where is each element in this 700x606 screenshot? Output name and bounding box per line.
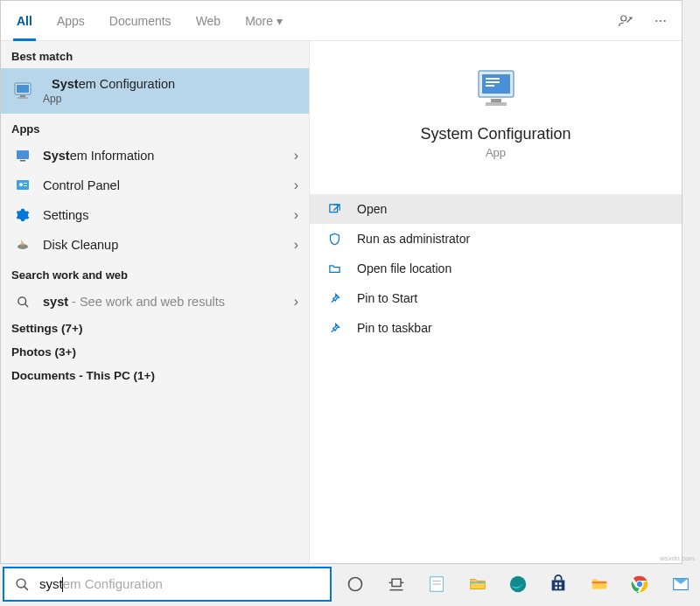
tab-all[interactable]: All [4, 1, 45, 41]
watermark: wsxdn.com [660, 554, 695, 562]
svg-rect-40 [556, 587, 558, 589]
web-header: Search work and web [1, 260, 309, 287]
pin-icon [326, 292, 343, 305]
search-panel: All Apps Documents Web More▾ Best match … [0, 0, 682, 564]
search-tabs: All Apps Documents Web More▾ [1, 1, 682, 41]
taskbar-edge-icon[interactable] [499, 567, 537, 602]
action-run-admin[interactable]: Run as administrator [310, 224, 682, 254]
tab-more[interactable]: More▾ [233, 1, 295, 41]
result-label: Settings [34, 208, 294, 222]
result-disk-cleanup[interactable]: Disk Cleanup › [1, 230, 309, 260]
svg-point-0 [621, 16, 626, 21]
search-main: Best match System Configuration App Apps… [1, 41, 682, 563]
result-label: Disk Cleanup [34, 238, 294, 252]
tab-documents[interactable]: Documents [97, 1, 184, 41]
result-system-information[interactable]: System Information › [1, 141, 309, 171]
disk-cleanup-icon [11, 238, 34, 252]
action-label: Run as administrator [357, 232, 470, 246]
svg-point-11 [19, 183, 23, 186]
detail-pane: System Configuration App Open Run as adm… [309, 41, 682, 563]
svg-line-16 [24, 303, 28, 307]
tab-apps[interactable]: Apps [45, 1, 97, 41]
action-open[interactable]: Open [310, 194, 682, 224]
svg-rect-39 [559, 582, 562, 585]
chevron-right-icon: › [294, 294, 298, 310]
taskbar-store-icon[interactable] [539, 567, 578, 602]
taskbar-cortana-icon[interactable] [336, 567, 374, 602]
svg-point-36 [510, 576, 526, 592]
svg-rect-20 [486, 81, 500, 83]
result-label: syst - See work and web results [34, 295, 294, 309]
open-icon [326, 203, 343, 216]
tab-web[interactable]: Web [184, 1, 234, 41]
svg-rect-9 [20, 160, 25, 162]
taskbar-explorer-icon[interactable] [458, 567, 496, 602]
svg-rect-8 [17, 150, 29, 159]
svg-rect-6 [20, 95, 25, 97]
taskbar-mail-icon[interactable] [662, 567, 700, 602]
detail-header: System Configuration App [310, 41, 682, 177]
search-icon [4, 577, 39, 592]
detail-title: System Configuration [318, 125, 673, 143]
action-label: Pin to taskbar [357, 321, 432, 335]
control-panel-icon [11, 178, 34, 192]
result-web-search[interactable]: syst - See work and web results › [1, 287, 309, 317]
best-match-result[interactable]: System Configuration App [1, 68, 309, 114]
pin-icon [326, 322, 343, 335]
svg-rect-10 [17, 180, 29, 190]
result-control-panel[interactable]: Control Panel › [1, 171, 309, 200]
svg-line-26 [24, 586, 27, 589]
svg-rect-35 [470, 582, 485, 583]
search-icon [11, 296, 34, 309]
settings-icon [11, 208, 34, 222]
search-input[interactable]: system Configuration [3, 567, 332, 602]
action-pin-taskbar[interactable]: Pin to taskbar [310, 313, 682, 343]
more-options-icon[interactable] [643, 1, 678, 41]
chevron-right-icon: › [294, 178, 298, 193]
search-text: system Configuration [39, 576, 330, 593]
taskbar [336, 567, 700, 602]
svg-rect-12 [24, 183, 27, 184]
more-link-documents[interactable]: Documents - This PC (1+) [1, 364, 309, 387]
folder-icon [326, 262, 343, 275]
admin-shield-icon [326, 233, 343, 246]
taskbar-notepad-icon[interactable] [417, 567, 456, 602]
taskbar-taskview-icon[interactable] [376, 567, 415, 602]
result-settings[interactable]: Settings › [1, 200, 309, 230]
taskbar-chrome-icon[interactable] [620, 567, 659, 602]
svg-rect-18 [482, 74, 510, 94]
system-information-icon [11, 149, 34, 163]
action-open-location[interactable]: Open file location [310, 254, 682, 283]
action-label: Pin to Start [357, 291, 417, 305]
svg-rect-37 [552, 580, 565, 590]
svg-rect-21 [486, 85, 494, 87]
svg-rect-22 [491, 99, 501, 102]
taskbar-files-icon[interactable] [580, 567, 619, 602]
best-match-title: System Configuration [43, 77, 298, 91]
svg-rect-23 [486, 102, 507, 106]
feedback-icon[interactable] [608, 1, 643, 41]
more-link-photos[interactable]: Photos (3+) [1, 340, 309, 364]
msconfig-large-icon [472, 67, 521, 109]
action-pin-start[interactable]: Pin to Start [310, 283, 682, 313]
best-match-subtitle: App [43, 93, 298, 105]
msconfig-icon [11, 81, 34, 101]
result-label: Control Panel [34, 178, 294, 192]
svg-point-15 [18, 296, 25, 304]
svg-rect-7 [18, 97, 28, 99]
svg-point-2 [660, 19, 662, 21]
more-link-settings[interactable]: Settings (7+) [1, 317, 309, 340]
svg-rect-38 [556, 582, 558, 585]
svg-rect-19 [486, 78, 500, 80]
action-label: Open [357, 202, 387, 216]
apps-header: Apps [1, 114, 309, 141]
best-match-header: Best match [1, 41, 309, 68]
svg-rect-13 [24, 185, 27, 186]
results-column: Best match System Configuration App Apps… [1, 41, 309, 563]
svg-point-25 [17, 579, 25, 588]
chevron-right-icon: › [294, 207, 298, 223]
svg-rect-28 [392, 579, 401, 586]
svg-rect-5 [17, 85, 29, 93]
chevron-down-icon: ▾ [276, 14, 283, 28]
svg-point-27 [349, 578, 362, 591]
